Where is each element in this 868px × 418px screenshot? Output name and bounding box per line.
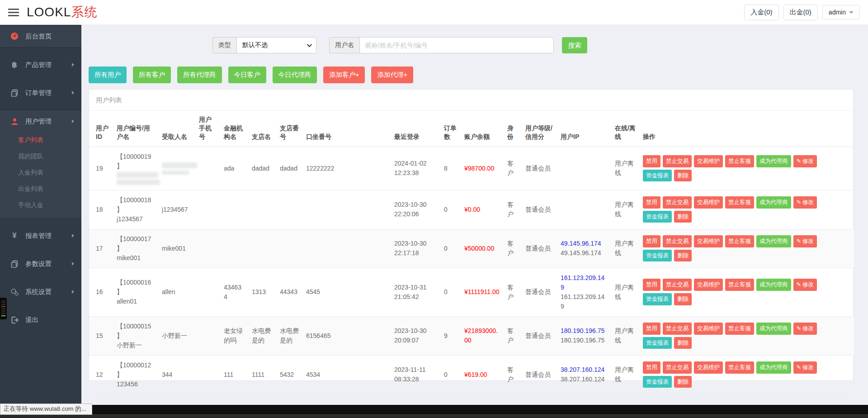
- row-action-删除[interactable]: 删除: [674, 376, 692, 388]
- row-action-禁止交易[interactable]: 禁止交易: [663, 361, 692, 374]
- row-action-禁止客服[interactable]: 禁止客服: [725, 323, 754, 335]
- row-action-修改[interactable]: ✎修改: [793, 235, 817, 247]
- cell-branch-no: dadad: [276, 147, 302, 190]
- row-action-成为代理商[interactable]: 成为代理商: [756, 323, 791, 335]
- row-action-禁用[interactable]: 禁用: [643, 155, 660, 167]
- row-action-交易维护[interactable]: 交易维护: [694, 155, 723, 167]
- sidebar-group: ¥报表管理: [0, 225, 81, 247]
- sidebar-item-3[interactable]: 用户管理: [0, 110, 81, 132]
- ip-link[interactable]: 38.207.160.124: [561, 365, 608, 375]
- quick-button[interactable]: 所有客户: [133, 66, 171, 83]
- sidebar-item-0[interactable]: 后台首页: [0, 25, 81, 47]
- row-action-资金报表[interactable]: 资金报表: [643, 211, 672, 223]
- quick-button[interactable]: 添加客户+: [323, 66, 365, 83]
- row-action-禁止客服[interactable]: 禁止客服: [725, 279, 754, 291]
- row-action-交易维护[interactable]: 交易维护: [694, 196, 723, 209]
- row-action-删除[interactable]: 删除: [674, 293, 692, 305]
- row-action-禁用[interactable]: 禁用: [643, 235, 660, 247]
- row-action-禁用[interactable]: 禁用: [643, 323, 660, 335]
- cell-branch: dadad: [248, 147, 276, 190]
- sidebar-item-4[interactable]: ¥报表管理: [0, 225, 81, 247]
- pencil-icon: ✎: [797, 158, 801, 164]
- withdraw-button[interactable]: 出金(0): [783, 5, 818, 20]
- orders-icon: [10, 88, 19, 97]
- admin-dropdown[interactable]: admin: [822, 5, 860, 19]
- cell-branch: 1313: [248, 268, 276, 316]
- censored-text: [117, 172, 158, 178]
- row-action-成为代理商[interactable]: 成为代理商: [756, 155, 791, 167]
- search-button[interactable]: 搜索: [562, 37, 587, 53]
- quick-button[interactable]: 添加代理+: [371, 66, 413, 83]
- row-action-资金报表[interactable]: 资金报表: [643, 293, 672, 305]
- row-action-禁止交易[interactable]: 禁止交易: [663, 323, 692, 335]
- ip-link[interactable]: 49.145.96.174: [561, 239, 608, 248]
- row-action-禁止交易[interactable]: 禁止交易: [663, 196, 692, 209]
- row-action-禁止交易[interactable]: 禁止交易: [663, 279, 692, 291]
- row-action-删除[interactable]: 删除: [674, 250, 692, 262]
- quick-button[interactable]: 今日代理商: [273, 66, 317, 83]
- sidebar-item-label: 产品管理: [25, 61, 52, 69]
- row-action-删除[interactable]: 删除: [674, 337, 692, 349]
- sidebar-subitem[interactable]: 手动入金: [0, 197, 81, 214]
- row-action-成为代理商[interactable]: 成为代理商: [756, 235, 791, 247]
- row-action-成为代理商[interactable]: 成为代理商: [756, 279, 791, 291]
- quick-button[interactable]: 所有代理商: [177, 66, 222, 83]
- row-action-交易维护[interactable]: 交易维护: [694, 279, 723, 291]
- row-action-交易维护[interactable]: 交易维护: [694, 323, 723, 335]
- sidebar-item-5[interactable]: 参数设置: [0, 253, 81, 275]
- cell-role: 客户: [504, 316, 522, 355]
- sidebar-group: 订单管理: [0, 82, 81, 104]
- cell-role: 客户: [504, 190, 522, 229]
- row-action-修改[interactable]: ✎修改: [793, 323, 817, 335]
- type-select[interactable]: 默认不选: [236, 37, 316, 53]
- quick-button[interactable]: 今日客户: [228, 66, 266, 83]
- sidebar-subitem[interactable]: 客户列表: [0, 132, 81, 148]
- row-action-禁止交易[interactable]: 禁止交易: [663, 235, 692, 247]
- cell-online-status: 用户离线: [611, 355, 639, 394]
- row-action-禁止客服[interactable]: 禁止客服: [725, 155, 754, 167]
- sidebar-item-7[interactable]: 退出: [0, 309, 81, 331]
- cell-bank: 434634: [220, 268, 248, 316]
- sidebar-group: 用户管理客户列表我的团队入金列表出金列表手动入金: [0, 110, 81, 218]
- column-header: 口坐番号: [302, 111, 391, 147]
- deposit-button[interactable]: 入金(0): [744, 5, 778, 20]
- row-action-禁用[interactable]: 禁用: [643, 279, 660, 291]
- row-action-删除[interactable]: 删除: [674, 211, 692, 223]
- row-action-修改[interactable]: ✎修改: [793, 155, 817, 167]
- row-action-成为代理商[interactable]: 成为代理商: [756, 361, 791, 374]
- sidebar-subitem[interactable]: 入金列表: [0, 165, 81, 181]
- row-action-禁止交易[interactable]: 禁止交易: [663, 155, 692, 167]
- row-action-资金报表[interactable]: 资金报表: [643, 337, 672, 349]
- row-action-禁止客服[interactable]: 禁止客服: [725, 196, 754, 209]
- row-action-资金报表[interactable]: 资金报表: [643, 250, 672, 262]
- cell-user-id: 19: [89, 147, 113, 190]
- row-action-禁止客服[interactable]: 禁止客服: [725, 361, 754, 374]
- row-action-交易维护[interactable]: 交易维护: [694, 235, 723, 247]
- row-action-资金报表[interactable]: 资金报表: [643, 376, 672, 388]
- row-action-修改[interactable]: ✎修改: [793, 279, 817, 291]
- row-action-禁用[interactable]: 禁用: [643, 361, 660, 374]
- menu-toggle-icon[interactable]: [8, 7, 19, 18]
- sidebar-item-1[interactable]: ฿产品管理: [0, 54, 81, 76]
- ip-link[interactable]: 161.123.209.149: [561, 273, 608, 292]
- cell-balance: ¥1111911.00: [461, 268, 504, 316]
- row-action-禁止客服[interactable]: 禁止客服: [725, 235, 754, 247]
- user-icon: [10, 117, 19, 126]
- sidebar-item-2[interactable]: 订单管理: [0, 82, 81, 104]
- row-action-修改[interactable]: ✎修改: [793, 196, 817, 209]
- quick-button[interactable]: 所有用户: [89, 66, 127, 83]
- row-action-交易维护[interactable]: 交易维护: [694, 361, 723, 374]
- row-action-删除[interactable]: 删除: [674, 170, 692, 182]
- row-action-成为代理商[interactable]: 成为代理商: [756, 196, 791, 209]
- sidebar-subitem[interactable]: 我的团队: [0, 148, 81, 165]
- ip-text: 161.123.209.149: [561, 292, 608, 311]
- row-action-禁用[interactable]: 禁用: [643, 196, 660, 209]
- sidebar-item-6[interactable]: 系统设置: [0, 281, 81, 303]
- row-action-修改[interactable]: ✎修改: [793, 361, 817, 374]
- username-input[interactable]: [359, 37, 554, 53]
- debug-meter-widget[interactable]: [0, 298, 7, 319]
- ip-link[interactable]: 180.190.196.75: [561, 326, 608, 336]
- row-action-资金报表[interactable]: 资金报表: [643, 170, 672, 182]
- sidebar-subitem[interactable]: 出金列表: [0, 181, 81, 197]
- bottom-black-bar: [0, 405, 868, 414]
